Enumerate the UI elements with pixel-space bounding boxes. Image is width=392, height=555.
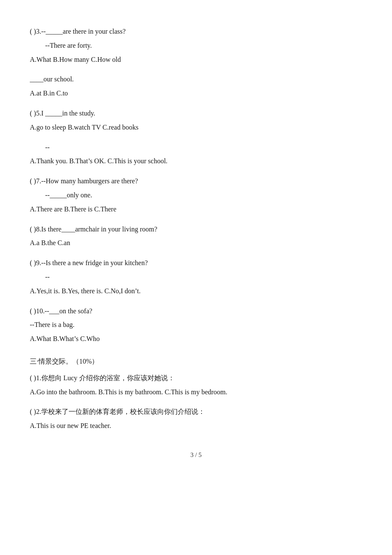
section-3-title: 三·情景交际。（10%） <box>30 356 362 368</box>
q3-text: ( )3.-- <box>30 28 46 35</box>
q3-tail: are there in your class? <box>63 28 125 35</box>
q10-line: ( )10.--___on the sofa? <box>30 305 362 318</box>
question-4-extra: ____our school. A.at B.in C.to <box>30 73 362 100</box>
q7-question: ( )7.--How many hamburgers are there? <box>30 175 362 188</box>
q5-options: A.go to sleep B.watch TV C.read books <box>30 121 362 134</box>
question-7: ( )7.--How many hamburgers are there? --… <box>30 175 362 215</box>
question-3: ( )3.--_____are there in your class? --T… <box>30 26 362 66</box>
q3-options: A.What B.How many C.How old <box>30 54 362 66</box>
question-10: ( )10.--___on the sofa? --There is a bag… <box>30 305 362 345</box>
q4-prefix-line: ____our school. <box>30 73 362 86</box>
q4-options: A.at B.in C.to <box>30 87 362 100</box>
q9-dash: -- <box>30 271 362 283</box>
sq2-question: ( )2.学校来了一位新的体育老师，校长应该向你们介绍说： <box>30 406 362 418</box>
sq1-options: A.Go into the bathroom. B.This is my bat… <box>30 386 362 399</box>
q7-response: --_____only one. <box>30 189 362 202</box>
question-9: ( )9.--Is there a new fridge in your kit… <box>30 257 362 297</box>
q6-dash: -- <box>30 142 362 154</box>
question-5: ( )5.I _____in the study. A.go to sleep … <box>30 107 362 134</box>
q8-line: ( )8.Is there____armchair in your living… <box>30 223 362 236</box>
sq1-question: ( )1.你想向 Lucy 介绍你的浴室，你应该对她说： <box>30 372 362 384</box>
q3-response: --There are forty. <box>30 40 362 52</box>
question-6: -- A.Thank you. B.That’s OK. C.This is y… <box>30 142 362 168</box>
sq2-options: A.This is our new PE teacher. <box>30 420 362 432</box>
q8-options: A.a B.the C.an <box>30 237 362 249</box>
q6-options: A.Thank you. B.That’s OK. C.This is your… <box>30 155 362 168</box>
q7-options: A.There are B.There is C.There <box>30 203 362 216</box>
section3-q2: ( )2.学校来了一位新的体育老师，校长应该向你们介绍说： A.This is … <box>30 406 362 432</box>
q3-line: ( )3.--_____are there in your class? <box>30 26 362 38</box>
q10-response: --There is a bag. <box>30 319 362 331</box>
question-8: ( )8.Is there____armchair in your living… <box>30 223 362 250</box>
q9-question: ( )9.--Is there a new fridge in your kit… <box>30 257 362 269</box>
q10-options: A.What B.What’s C.Who <box>30 333 362 345</box>
q9-options: A.Yes,it is. B.Yes, there is. C.No,I don… <box>30 285 362 298</box>
q5-line: ( )5.I _____in the study. <box>30 107 362 120</box>
q3-blank: _____ <box>46 28 63 35</box>
section3-q1: ( )1.你想向 Lucy 介绍你的浴室，你应该对她说： A.Go into t… <box>30 372 362 399</box>
page-number: 3 / 5 <box>30 449 362 461</box>
